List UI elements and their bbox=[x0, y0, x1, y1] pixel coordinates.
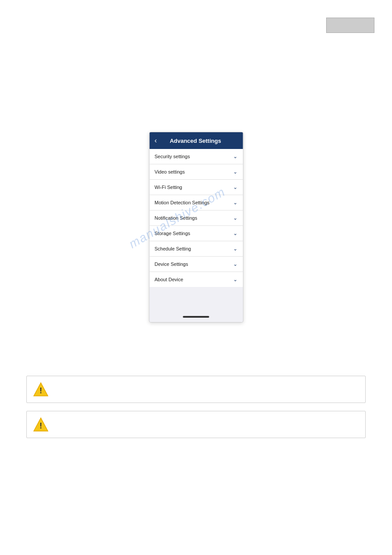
chevron-down-icon: ⌄ bbox=[233, 184, 237, 190]
chevron-down-icon: ⌄ bbox=[233, 169, 237, 175]
menu-item-wifi[interactable]: Wi-Fi Setting ⌄ bbox=[149, 180, 243, 195]
warning-icon-2: ! bbox=[33, 417, 49, 432]
menu-item-device-settings[interactable]: Device Settings ⌄ bbox=[149, 257, 243, 272]
warning-box-2: ! bbox=[26, 411, 366, 438]
menu-list: Security settings ⌄ Video settings ⌄ Wi-… bbox=[149, 149, 243, 287]
chevron-down-icon: ⌄ bbox=[233, 261, 237, 267]
app-header: ‹ Advanced Settings bbox=[149, 132, 243, 149]
chevron-down-icon: ⌄ bbox=[233, 230, 237, 236]
chevron-down-icon: ⌄ bbox=[233, 153, 237, 160]
menu-item-security[interactable]: Security settings ⌄ bbox=[149, 149, 243, 164]
menu-item-motion-detection[interactable]: Motion Detection Settings ⌄ bbox=[149, 195, 243, 210]
menu-item-label: About Device bbox=[155, 277, 183, 282]
chevron-down-icon: ⌄ bbox=[233, 215, 237, 221]
home-indicator bbox=[183, 316, 209, 318]
svg-text:!: ! bbox=[40, 421, 42, 430]
menu-item-label: Storage Settings bbox=[155, 231, 190, 236]
menu-item-video[interactable]: Video settings ⌄ bbox=[149, 164, 243, 180]
menu-item-label: Notification Settings bbox=[155, 215, 197, 221]
phone-bottom-bar bbox=[149, 287, 243, 322]
menu-item-label: Wi-Fi Setting bbox=[155, 185, 182, 190]
menu-item-label: Schedule Setting bbox=[155, 246, 191, 251]
phone-screenshot: ‹ Advanced Settings Security settings ⌄ … bbox=[149, 132, 243, 323]
warning-icon-1: ! bbox=[33, 381, 49, 397]
menu-item-label: Video settings bbox=[155, 169, 185, 174]
back-button[interactable]: ‹ bbox=[155, 137, 157, 145]
menu-item-label: Device Settings bbox=[155, 261, 188, 267]
menu-item-notification[interactable]: Notification Settings ⌄ bbox=[149, 210, 243, 226]
menu-item-storage[interactable]: Storage Settings ⌄ bbox=[149, 226, 243, 241]
chevron-down-icon: ⌄ bbox=[233, 200, 237, 206]
top-right-box bbox=[326, 18, 374, 33]
warning-box-1: ! bbox=[26, 376, 366, 403]
menu-item-about-device[interactable]: About Device ⌄ bbox=[149, 272, 243, 287]
menu-item-label: Motion Detection Settings bbox=[155, 200, 209, 205]
menu-item-schedule[interactable]: Schedule Setting ⌄ bbox=[149, 241, 243, 257]
chevron-down-icon: ⌄ bbox=[233, 246, 237, 252]
header-title: Advanced Settings bbox=[160, 138, 230, 144]
chevron-down-icon: ⌄ bbox=[233, 276, 237, 283]
menu-item-label: Security settings bbox=[155, 154, 190, 159]
svg-text:!: ! bbox=[40, 386, 42, 395]
